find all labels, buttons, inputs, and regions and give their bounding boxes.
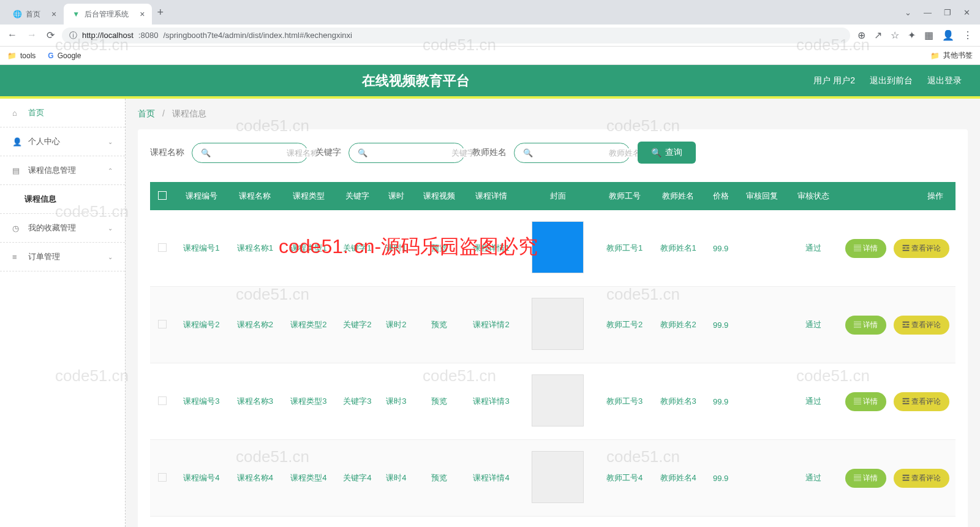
teacher-field[interactable] bbox=[538, 148, 641, 157]
tab-title: 首页 bbox=[26, 9, 40, 20]
logout-button[interactable]: 退出登录 bbox=[927, 75, 962, 86]
cell-cover[interactable] bbox=[518, 440, 598, 517]
cell-vid[interactable]: 预览 bbox=[413, 440, 465, 517]
share-icon[interactable]: ↗ bbox=[874, 29, 882, 41]
row-checkbox[interactable] bbox=[150, 363, 175, 440]
cell-detail[interactable]: 课程详情3 bbox=[464, 363, 518, 440]
sidebar-item-course-manage[interactable]: ▤ 课程信息管理 ⌃ bbox=[0, 156, 125, 185]
row-checkbox[interactable] bbox=[150, 440, 175, 517]
cover-image[interactable] bbox=[532, 451, 584, 503]
exit-front-button[interactable]: 退出到前台 bbox=[870, 75, 913, 86]
cell-detail[interactable]: 课程详情4 bbox=[464, 440, 518, 517]
cell-cover[interactable] bbox=[518, 287, 598, 363]
cell-vid[interactable]: 预览 bbox=[413, 287, 465, 363]
cell-num[interactable]: 课程编号3 bbox=[175, 363, 228, 440]
cell-vid[interactable]: 预览 bbox=[413, 363, 465, 440]
cell-tname[interactable]: 教师姓名2 bbox=[651, 287, 705, 363]
cell-tid[interactable]: 教师工号1 bbox=[598, 210, 652, 287]
extension-icon[interactable]: ✦ bbox=[908, 29, 916, 41]
url-input[interactable]: ⓘ http://localhost:8080/springbooth7te4/… bbox=[62, 28, 850, 44]
profile-icon[interactable]: 👤 bbox=[942, 29, 954, 41]
menu-icon[interactable]: ⋮ bbox=[963, 29, 973, 41]
cell-num[interactable]: 课程编号1 bbox=[175, 210, 228, 287]
cell-name[interactable]: 课程名称1 bbox=[228, 210, 282, 287]
cell-tname[interactable]: 教师姓名4 bbox=[651, 440, 705, 517]
sidebar-item-orders[interactable]: ≡ 订单管理 ⌄ bbox=[0, 243, 125, 271]
row-checkbox[interactable] bbox=[150, 287, 175, 363]
cover-image[interactable] bbox=[532, 298, 584, 350]
h-num: 课程编号 bbox=[175, 182, 228, 210]
sidebar-item-course-info[interactable]: 课程信息 bbox=[0, 185, 125, 214]
cell-num[interactable]: 课程编号2 bbox=[175, 287, 228, 363]
sidebar-item-home[interactable]: ⌂ 首页 bbox=[0, 99, 125, 127]
cell-name[interactable]: 课程名称4 bbox=[228, 440, 282, 517]
card: 课程名称 🔍 关键字 🔍 教师姓名 🔍 🔍 查询 bbox=[138, 129, 968, 527]
cell-cover[interactable] bbox=[518, 210, 598, 287]
sidebar-item-favorites[interactable]: ◷ 我的收藏管理 ⌄ bbox=[0, 214, 125, 243]
search-input-teacher[interactable]: 🔍 bbox=[514, 143, 630, 163]
keyword-field[interactable] bbox=[372, 148, 475, 157]
comment-button[interactable]: ☲ 查看评论 bbox=[894, 239, 949, 258]
reload-icon[interactable]: ⟳ bbox=[47, 29, 55, 41]
browser-tab-1[interactable]: 🌐 首页 × bbox=[5, 4, 64, 25]
cell-detail[interactable]: 课程详情2 bbox=[464, 287, 518, 363]
cell-tname[interactable]: 教师姓名3 bbox=[651, 363, 705, 440]
info-icon: ⓘ bbox=[69, 30, 77, 41]
cell-type[interactable]: 课程类型4 bbox=[282, 440, 336, 517]
cell-tid[interactable]: 教师工号4 bbox=[598, 440, 652, 517]
apps-icon[interactable]: ▦ bbox=[924, 29, 933, 41]
row-checkbox[interactable] bbox=[150, 210, 175, 287]
course-name-field[interactable] bbox=[216, 148, 318, 157]
user-label[interactable]: 用户 用户2 bbox=[813, 75, 855, 86]
header-checkbox[interactable] bbox=[150, 182, 175, 210]
cell-tname[interactable]: 教师姓名1 bbox=[651, 210, 705, 287]
search-input-keyword[interactable]: 🔍 bbox=[349, 143, 465, 163]
detail-button[interactable]: ▤ 详情 bbox=[845, 469, 886, 488]
detail-button[interactable]: ▤ 详情 bbox=[845, 392, 886, 411]
detail-button[interactable]: ▤ 详情 bbox=[845, 316, 886, 335]
cell-name[interactable]: 课程名称3 bbox=[228, 363, 282, 440]
close-icon[interactable]: × bbox=[51, 9, 56, 19]
bookmark-google[interactable]: G Google bbox=[48, 51, 81, 60]
maximize-icon[interactable]: ❐ bbox=[944, 8, 951, 17]
cover-image[interactable] bbox=[532, 221, 584, 273]
cell-reply bbox=[737, 287, 788, 363]
cell-kw: 关键字1 bbox=[336, 210, 380, 287]
cell-type[interactable]: 课程类型3 bbox=[282, 363, 336, 440]
cell-type[interactable]: 课程类型1 bbox=[282, 210, 336, 287]
star-icon[interactable]: ☆ bbox=[891, 29, 899, 41]
cell-vid[interactable]: 预览 bbox=[413, 210, 465, 287]
close-window-icon[interactable]: ✕ bbox=[963, 8, 970, 17]
back-icon[interactable]: ← bbox=[7, 29, 17, 41]
forward-icon[interactable]: → bbox=[27, 29, 37, 41]
minimize-icon[interactable]: — bbox=[924, 8, 932, 17]
browser-tab-2[interactable]: ▼ 后台管理系统 × bbox=[64, 4, 152, 25]
cell-type[interactable]: 课程类型2 bbox=[282, 287, 336, 363]
bookmark-other[interactable]: 📁 其他书签 bbox=[930, 50, 973, 61]
cell-reply bbox=[737, 363, 788, 440]
zoom-icon[interactable]: ⊕ bbox=[858, 29, 865, 41]
chevron-down-icon[interactable]: ⌄ bbox=[905, 8, 911, 17]
cell-name[interactable]: 课程名称2 bbox=[228, 287, 282, 363]
bookmark-tools[interactable]: 📁 tools bbox=[7, 51, 36, 60]
close-icon[interactable]: × bbox=[140, 9, 145, 19]
cell-tid[interactable]: 教师工号2 bbox=[598, 287, 652, 363]
cell-num[interactable]: 课程编号4 bbox=[175, 440, 228, 517]
cover-image[interactable] bbox=[532, 374, 584, 427]
comment-button[interactable]: ☲ 查看评论 bbox=[894, 392, 949, 411]
detail-button[interactable]: ▤ 详情 bbox=[845, 239, 886, 258]
search-input-name[interactable]: 🔍 bbox=[192, 143, 308, 163]
h-name: 课程名称 bbox=[228, 182, 282, 210]
cell-tid[interactable]: 教师工号3 bbox=[598, 363, 652, 440]
menu-label: 课程信息 bbox=[24, 194, 56, 205]
comment-button[interactable]: ☲ 查看评论 bbox=[894, 469, 949, 488]
bookmark-label: tools bbox=[20, 51, 36, 60]
cell-kw: 关键字4 bbox=[336, 440, 380, 517]
new-tab-button[interactable]: + bbox=[157, 6, 164, 19]
breadcrumb-home[interactable]: 首页 bbox=[138, 108, 155, 118]
cell-cover[interactable] bbox=[518, 363, 598, 440]
sidebar-item-profile[interactable]: 👤 个人中心 ⌄ bbox=[0, 127, 125, 156]
cell-detail[interactable]: 课程详情1 bbox=[464, 210, 518, 287]
search-button[interactable]: 🔍 查询 bbox=[638, 142, 696, 164]
comment-button[interactable]: ☲ 查看评论 bbox=[894, 316, 949, 335]
